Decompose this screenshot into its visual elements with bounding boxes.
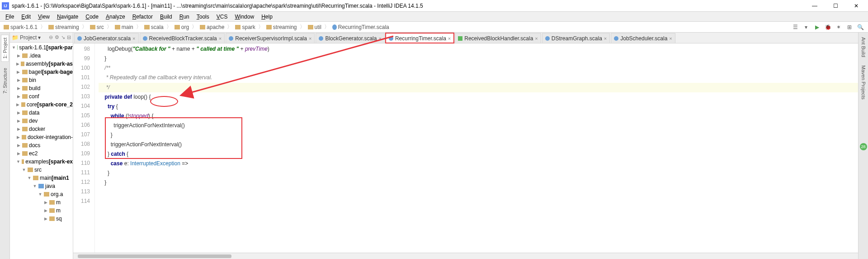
maven-projects-tab[interactable]: Maven Projects	[860, 62, 867, 102]
run-icon[interactable]: ▶	[813, 23, 821, 31]
line-number: 101	[73, 73, 90, 82]
menu-tools[interactable]: Tools	[193, 13, 213, 21]
tree-node-data[interactable]: ▶data	[10, 109, 73, 117]
tree-node-m[interactable]: ▶m	[10, 198, 73, 206]
scroll-target-icon[interactable]: ↘	[61, 34, 65, 40]
tab-ReceivedBlockHandler-scala[interactable]: ReceivedBlockHandler.scala×	[455, 33, 541, 43]
tree-node-sq[interactable]: ▶sq	[10, 215, 73, 223]
line-number: 110	[73, 158, 90, 168]
tree-node-build[interactable]: ▶build	[10, 84, 73, 92]
line-number: 109	[73, 149, 90, 158]
window-title: spark-1.6.1 - [G:\Workspace\BigData\Spar…	[12, 3, 808, 9]
close-tab-icon[interactable]: ×	[378, 36, 381, 41]
chevron-icon: 〉	[39, 23, 47, 31]
project-tree-header: 📁 Project ▾ ⊖ ⚙ ↘ ⊟	[10, 33, 73, 43]
tree-node-docker-integration-[interactable]: ▶docker-integration-	[10, 133, 73, 141]
crumb-src[interactable]: src	[88, 24, 106, 30]
chevron-icon: 〉	[323, 23, 330, 31]
close-tab-icon[interactable]: ×	[604, 36, 607, 41]
stop-icon[interactable]: ✶	[835, 23, 843, 31]
make-icon[interactable]: ☰	[791, 23, 799, 31]
crumb-streaming[interactable]: streaming	[47, 24, 81, 30]
crumb-main[interactable]: main	[113, 24, 135, 30]
scala-file-icon	[77, 36, 82, 41]
collapse-icon[interactable]: ⊖	[49, 34, 53, 40]
project-tree[interactable]: ▼spark-1.6.1 [spark-par▶.idea▶assembly […	[10, 43, 73, 224]
structure-icon[interactable]: ⊞	[845, 23, 854, 31]
crumb-util[interactable]: util	[306, 24, 323, 30]
maximize-button[interactable]: ☐	[829, 1, 842, 10]
menu-help[interactable]: Help	[258, 13, 276, 21]
menu-edit[interactable]: Edit	[18, 13, 34, 21]
tree-node-main[interactable]: ▼main [main1	[10, 174, 73, 182]
close-tab-icon[interactable]: ×	[132, 36, 135, 41]
minimize-button[interactable]: —	[808, 1, 821, 10]
tree-node-bagel[interactable]: ▶bagel [spark-bage	[10, 68, 73, 76]
tree-node-src[interactable]: ▼src	[10, 166, 73, 174]
tree-node-org-a[interactable]: ▼org.a	[10, 190, 73, 198]
close-tab-icon[interactable]: ×	[309, 36, 311, 41]
line-number: 112	[73, 177, 90, 187]
right-tool-strip: Ant Build Maven Projects 28	[858, 33, 868, 259]
crumb-apache[interactable]: apache	[198, 24, 226, 30]
menu-code[interactable]: Code	[82, 13, 102, 21]
search-icon[interactable]: 🔍	[856, 23, 864, 31]
tab-DStreamGraph-scala[interactable]: DStreamGraph.scala×	[542, 33, 610, 43]
line-number: 113	[73, 187, 90, 197]
hide-icon[interactable]: ⊟	[67, 34, 71, 40]
debug-icon[interactable]: 🐞	[824, 23, 832, 31]
menu-view[interactable]: View	[34, 13, 53, 21]
code-editor[interactable]: logDebug("Callback for " + name + " call…	[95, 43, 858, 259]
structure-tool-tab[interactable]: 7: Structure	[1, 65, 9, 96]
settings-icon[interactable]: ⚙	[55, 34, 59, 40]
crumb-spark[interactable]: spark	[233, 24, 257, 30]
menu-window[interactable]: Window	[231, 13, 258, 21]
scrollbar-thumb[interactable]	[78, 254, 231, 258]
close-tab-icon[interactable]: ×	[669, 36, 672, 41]
menu-refactor[interactable]: Refactor	[129, 13, 156, 21]
tab-JobScheduler-scala[interactable]: JobScheduler.scala×	[611, 33, 675, 43]
line-number: 99	[73, 54, 90, 63]
menu-vcs[interactable]: VCS	[213, 13, 231, 21]
tree-node-conf[interactable]: ▶conf	[10, 92, 73, 101]
tree-node-spark-1-6-1[interactable]: ▼spark-1.6.1 [spark-par	[10, 43, 73, 52]
crumb-scala[interactable]: scala	[142, 24, 165, 30]
tab-ReceivedBlockTracker-scala[interactable]: ReceivedBlockTracker.scala×	[140, 33, 225, 43]
inspection-badge[interactable]: 28	[860, 143, 867, 150]
tab-ReceiverSupervisorImpl-scala[interactable]: ReceiverSupervisorImpl.scala×	[226, 33, 315, 43]
tree-node--idea[interactable]: ▶.idea	[10, 52, 73, 60]
close-tab-icon[interactable]: ×	[448, 36, 451, 41]
menu-build[interactable]: Build	[156, 13, 176, 21]
chevron-icon: 〉	[257, 23, 264, 31]
crumb-spark-1-6-1[interactable]: spark-1.6.1	[2, 24, 39, 30]
dropdown-icon[interactable]: ▾	[802, 23, 810, 31]
crumb-RecurringTimer-scala[interactable]: RecurringTimer.scala	[330, 24, 391, 30]
ant-build-tab[interactable]: Ant Build	[860, 34, 867, 60]
tab-JobGenerator-scala[interactable]: JobGenerator.scala×	[74, 33, 139, 43]
menu-navigate[interactable]: Navigate	[53, 13, 82, 21]
menu-file[interactable]: File	[2, 13, 18, 21]
tree-node-bin[interactable]: ▶bin	[10, 76, 73, 84]
menu-run[interactable]: Run	[176, 13, 193, 21]
close-button[interactable]: ✕	[850, 1, 863, 10]
crumb-streaming[interactable]: streaming	[264, 24, 299, 30]
project-view-selector[interactable]: 📁 Project ▾	[12, 34, 41, 41]
tree-node-core[interactable]: ▶core [spark-core_2	[10, 101, 73, 109]
chevron-icon: 〉	[106, 23, 113, 31]
tree-node-examples[interactable]: ▼examples [spark-ex	[10, 158, 73, 166]
tree-node-m[interactable]: ▶m	[10, 206, 73, 215]
menu-analyze[interactable]: Analyze	[102, 13, 129, 21]
tab-BlockGenerator-scala[interactable]: BlockGenerator.scala×	[316, 33, 385, 43]
tree-node-docker[interactable]: ▶docker	[10, 125, 73, 133]
tree-node-assembly[interactable]: ▶assembly [spark-as	[10, 60, 73, 68]
tree-node-docs[interactable]: ▶docs	[10, 141, 73, 149]
tree-node-dev[interactable]: ▶dev	[10, 117, 73, 125]
tree-node-java[interactable]: ▼java	[10, 182, 73, 190]
crumb-org[interactable]: org	[173, 24, 191, 30]
tab-RecurringTimer-scala[interactable]: RecurringTimer.scala×	[386, 33, 454, 43]
close-tab-icon[interactable]: ×	[535, 36, 538, 41]
project-tool-tab[interactable]: 1: Project	[1, 34, 9, 62]
horizontal-scrollbar[interactable]	[73, 253, 858, 259]
close-tab-icon[interactable]: ×	[219, 36, 222, 41]
tree-node-ec2[interactable]: ▶ec2	[10, 149, 73, 158]
